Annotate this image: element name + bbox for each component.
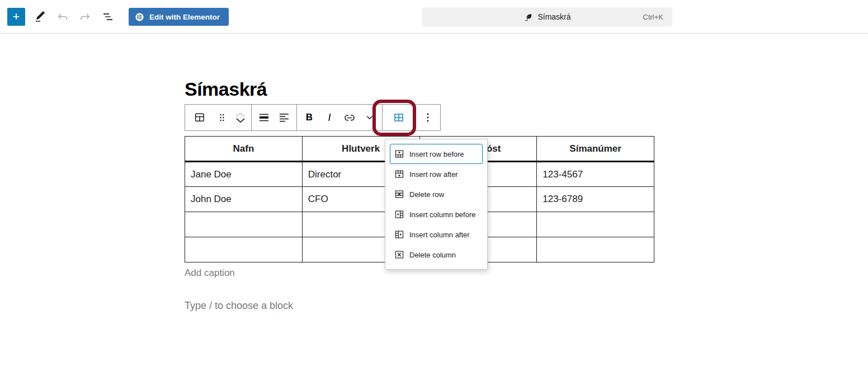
pencil-icon	[34, 10, 47, 24]
table-block-icon	[193, 111, 206, 124]
table-header-cell[interactable]: Símanúmer	[537, 137, 654, 162]
table-block-toolbar: B I	[185, 104, 441, 131]
elementor-logo-icon	[134, 12, 145, 22]
command-palette-bar[interactable]: Símaskrá Ctrl+K	[422, 7, 672, 26]
table-cell[interactable]	[537, 237, 654, 262]
insert-column-after-icon	[394, 229, 405, 240]
bold-icon: B	[306, 112, 313, 123]
table-cell[interactable]: 123-6789	[537, 187, 654, 212]
menu-item-label: Insert row after	[409, 170, 458, 179]
align-none-icon	[257, 111, 271, 124]
italic-button[interactable]: I	[319, 105, 339, 130]
redo-button[interactable]	[76, 8, 94, 26]
move-block-buttons[interactable]	[232, 105, 249, 130]
table-header-cell[interactable]: Nafn	[185, 137, 303, 162]
align-text-left-icon	[277, 111, 291, 124]
insert-row-before-icon	[394, 148, 405, 160]
table-cell[interactable]: Jane Doe	[185, 162, 303, 187]
delete-column-icon	[394, 249, 405, 260]
toolbar-group-options	[416, 105, 440, 130]
elementor-button-label: Edit with Elementor	[149, 13, 220, 21]
menu-item-insert-column-after[interactable]: Insert column after	[390, 224, 483, 245]
table-caption-placeholder[interactable]: Add caption	[185, 268, 235, 279]
menu-item-insert-column-before[interactable]: Insert column before	[390, 204, 483, 224]
move-up-icon	[235, 111, 246, 118]
bold-button[interactable]: B	[299, 105, 319, 130]
list-view-button[interactable]	[98, 8, 116, 26]
drag-handle-icon	[216, 111, 228, 124]
menu-item-label: Insert column after	[409, 231, 470, 239]
table-cell[interactable]	[537, 212, 654, 237]
toolbar-group-edit-table	[383, 105, 416, 130]
link-button[interactable]	[339, 105, 360, 130]
table-cell[interactable]	[185, 212, 303, 237]
column-alignment-button[interactable]	[274, 105, 294, 130]
undo-icon	[56, 10, 69, 24]
delete-row-icon	[394, 189, 405, 200]
menu-item-label: Delete row	[409, 190, 444, 199]
page-title[interactable]: Símaskrá	[185, 78, 267, 100]
undo-button[interactable]	[54, 8, 72, 26]
insert-column-before-icon	[394, 209, 405, 220]
toolbar-group-block	[185, 105, 252, 130]
menu-item-delete-row[interactable]: Delete row	[390, 184, 483, 204]
table-cell[interactable]: 123-4567	[537, 162, 654, 187]
list-view-icon	[101, 10, 114, 24]
menu-item-insert-row-before[interactable]: Insert row before	[390, 144, 483, 164]
italic-icon: I	[328, 112, 331, 124]
redo-icon	[78, 10, 92, 24]
table-cell[interactable]: John Doe	[185, 187, 303, 212]
move-down-icon	[235, 118, 246, 124]
draft-leaf-icon	[523, 12, 533, 22]
edit-with-elementor-button[interactable]: Edit with Elementor	[129, 8, 229, 26]
menu-item-label: Insert column before	[409, 210, 476, 219]
menu-item-label: Delete column	[409, 251, 456, 259]
edit-tool-button[interactable]	[31, 8, 49, 26]
drag-handle[interactable]	[212, 105, 232, 130]
options-button[interactable]	[418, 105, 438, 130]
block-alignment-button[interactable]	[254, 105, 274, 130]
menu-item-delete-column[interactable]: Delete column	[390, 245, 483, 265]
table-block-type-button[interactable]	[187, 105, 212, 130]
block-appender-placeholder[interactable]: Type / to choose a block	[185, 300, 293, 312]
table-cell[interactable]	[185, 237, 303, 262]
toolbar-group-formatting: B I	[297, 105, 383, 130]
menu-item-label: Insert row before	[409, 150, 464, 158]
chevron-down-icon	[365, 113, 374, 122]
more-formatting-button[interactable]	[360, 105, 380, 130]
edit-table-icon	[392, 111, 405, 124]
block-inserter-button[interactable]: +	[7, 8, 25, 26]
insert-row-after-icon	[394, 168, 405, 180]
table-edit-dropdown-menu: Insert row before Insert row after Delet…	[385, 139, 488, 270]
command-bar-title: Símaskrá	[537, 12, 570, 21]
edit-table-button[interactable]	[385, 105, 413, 130]
editor-top-bar: +	[0, 0, 868, 34]
toolbar-group-alignment	[252, 105, 297, 130]
link-icon	[343, 111, 356, 124]
kebab-menu-icon	[422, 111, 434, 124]
command-bar-shortcut: Ctrl+K	[643, 13, 663, 21]
menu-item-insert-row-after[interactable]: Insert row after	[390, 164, 483, 184]
